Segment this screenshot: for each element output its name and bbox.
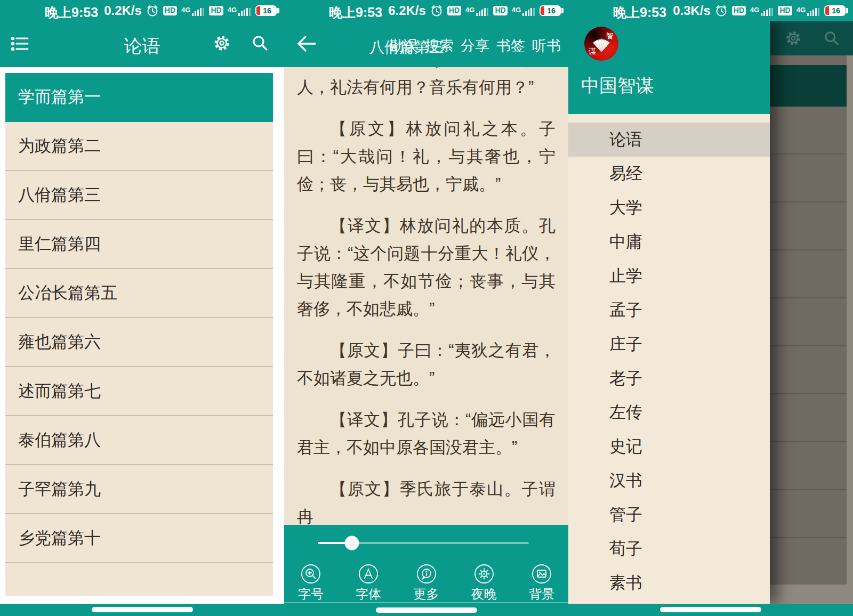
chapter-item[interactable]: 述而篇第七 (5, 367, 273, 416)
book-item[interactable]: 素书 (568, 566, 770, 600)
screen: 晚上9:53 0.2K/s HD 4G HD 4G 16 论语 (0, 0, 853, 616)
gesture-nav-bar (568, 604, 853, 616)
menu-share[interactable]: 分享 (461, 36, 489, 55)
paragraph: 【原文】子曰：“夷狄之有君，不如诸夏之无也。” (297, 337, 556, 392)
status-bar-2: 晚上9:53 6.2K/s HD 4G HD 4G 16 (284, 0, 568, 21)
battery-icon: 16 (824, 5, 846, 16)
chapter-item[interactable]: 雍也篇第六 (5, 318, 273, 367)
font-size-button[interactable]: 字号 (298, 563, 324, 603)
page-title: 论语 (124, 34, 160, 59)
logo-char-top: 智 (606, 32, 614, 39)
hd-icon: HD (493, 6, 507, 15)
menu-search[interactable]: 搜索 (425, 36, 454, 55)
chapter-item[interactable]: 乡党篇第十 (5, 514, 273, 563)
app-title: 中国智谋 (581, 74, 654, 98)
progress-slider[interactable] (318, 542, 529, 544)
menu-errata[interactable]: 勘误 (389, 36, 418, 55)
book-item[interactable]: 易经 (568, 157, 770, 191)
alarm-icon (715, 4, 728, 17)
battery-icon: 16 (540, 5, 561, 16)
back-arrow-icon[interactable] (296, 35, 317, 54)
gesture-nav-bar (0, 604, 284, 616)
app-logo: 智 谋 (584, 27, 618, 61)
chapter-item[interactable]: 公冶长篇第五 (5, 269, 273, 318)
book-item[interactable]: 止学 (568, 259, 770, 293)
logo-char-bottom: 谋 (589, 47, 596, 55)
book-list: 论语 易经 大学 中庸 止学 孟子 庄子 老子 左传 史记 汉书 管子 荀子 素… (568, 114, 770, 600)
book-item[interactable]: 荀子 (568, 532, 770, 566)
hd-icon: HD (209, 6, 223, 15)
zoom-plus-icon (300, 563, 321, 585)
book-item[interactable]: 庄子 (568, 327, 770, 361)
dimmed-bottom-band (770, 585, 853, 604)
background-button[interactable]: 背景 (529, 563, 554, 603)
book-item[interactable]: 汉书 (568, 464, 770, 498)
chapter-list-background: 学而篇第一 为政篇第二 八佾篇第三 里仁篇第四 公冶长篇第五 雍也篇第六 述而篇… (0, 67, 284, 604)
book-drawer: 智 谋 中国智谋 论语 易经 大学 中庸 止学 孟子 庄子 老子 左传 史记 汉… (568, 21, 770, 604)
drawer-scrim[interactable] (770, 21, 853, 604)
settings-gear-icon[interactable] (212, 33, 232, 55)
signal-4g-icon: 4G (512, 6, 535, 16)
drawer-header: 智 谋 中国智谋 (568, 21, 770, 114)
status-bar-1: 晚上9:53 0.2K/s HD 4G HD 4G 16 (0, 0, 284, 21)
more-button[interactable]: 更多 (414, 563, 439, 603)
font-family-button[interactable]: 字体 (356, 563, 381, 603)
chapter-item[interactable]: 为政篇第二 (5, 122, 273, 171)
night-mode-button[interactable]: 夜晚 (471, 563, 497, 603)
book-item[interactable]: 大学 (568, 191, 770, 225)
hd-icon: HD (447, 6, 461, 15)
hd-icon: HD (163, 6, 177, 15)
chapter-item-selected[interactable]: 学而篇第一 (5, 73, 273, 122)
dimmed-list (770, 107, 847, 585)
reader-toolbar: 字号 字体 更多 夜晚 背景 (284, 525, 568, 616)
dimmed-selected-row (770, 65, 847, 107)
battery-icon: 16 (255, 5, 277, 16)
book-item[interactable]: 左传 (568, 395, 770, 429)
chapter-item[interactable]: 泰伯篇第八 (5, 416, 273, 465)
paragraph: 【原文】季氏旅于泰山。子谓冉 (297, 475, 556, 525)
clock-text: 晚上9:53 (329, 4, 382, 21)
clock-text: 晚上9:53 (45, 4, 98, 21)
chapter-item[interactable]: 子罕篇第九 (5, 465, 273, 514)
book-item[interactable]: 史记 (568, 429, 770, 464)
chapter-item[interactable]: 里仁篇第四 (5, 220, 273, 269)
network-speed: 6.2K/s (388, 3, 426, 18)
chapter-item[interactable]: 八佾篇第三 (5, 171, 273, 220)
book-item-selected[interactable]: 论语 (568, 123, 770, 157)
slider-thumb[interactable] (345, 536, 359, 550)
search-icon[interactable] (251, 34, 269, 54)
signal-4g-icon: 4G (796, 6, 820, 16)
settings-gear-icon (784, 29, 803, 50)
paragraph: 【译文】林放问礼的本质。孔子说：“这个问题十分重大！礼仪，与其隆重，不如节俭；丧… (297, 212, 556, 323)
reading-text: 【译文】孔子说：“对于不仁的人，礼法有何用？音乐有何用？” 【原文】林放问礼之本… (297, 67, 556, 525)
book-item[interactable]: 管子 (568, 498, 770, 532)
panel-book-drawer: 晚上9:53 0.3K/s HD 4G HD 4G 16 (568, 0, 853, 616)
book-item[interactable]: 中庸 (568, 225, 770, 259)
paragraph: 【原文】林放问礼之本。子曰：“大哉问！礼，与其奢也，宁俭；丧，与其易也，宁戚。” (297, 115, 556, 198)
clock-text: 晚上9:53 (613, 4, 666, 21)
home-indicator[interactable] (92, 607, 193, 612)
home-indicator[interactable] (376, 607, 477, 613)
chapter-item-partial[interactable] (5, 563, 273, 596)
menu-listen[interactable]: 听书 (532, 36, 561, 55)
chapter-list: 学而篇第一 为政篇第二 八佾篇第三 里仁篇第四 公冶长篇第五 雍也篇第六 述而篇… (5, 73, 273, 596)
menu-bookmark[interactable]: 书签 (496, 36, 525, 55)
book-item[interactable]: 老子 (568, 361, 770, 395)
book-item[interactable]: 孟子 (568, 293, 770, 327)
appbar-reader: 八佾篇第三 勘误 搜索 分享 书签 听书 (284, 21, 568, 67)
dimmed-appbar (770, 21, 853, 55)
home-indicator[interactable] (660, 607, 761, 612)
search-icon (823, 30, 840, 49)
panel-chapter-list: 晚上9:53 0.2K/s HD 4G HD 4G 16 论语 (0, 0, 284, 616)
hd-icon: HD (778, 6, 792, 15)
signal-4g-icon: 4G (228, 6, 251, 16)
dimmed-margin (847, 55, 853, 585)
panel-reader: 晚上9:53 6.2K/s HD 4G HD 4G 16 八佾篇第三 勘误 搜索… (284, 0, 568, 616)
chapter-menu-button[interactable] (11, 35, 30, 54)
sun-icon (473, 563, 495, 585)
alarm-icon (430, 4, 443, 17)
paragraph: 【译文】孔子说：“偏远小国有君主，不如中原各国没君主。” (297, 406, 556, 461)
reading-area[interactable]: 【译文】孔子说：“对于不仁的人，礼法有何用？音乐有何用？” 【原文】林放问礼之本… (284, 67, 568, 525)
signal-4g-icon: 4G (181, 6, 205, 16)
hd-icon: HD (732, 6, 746, 15)
